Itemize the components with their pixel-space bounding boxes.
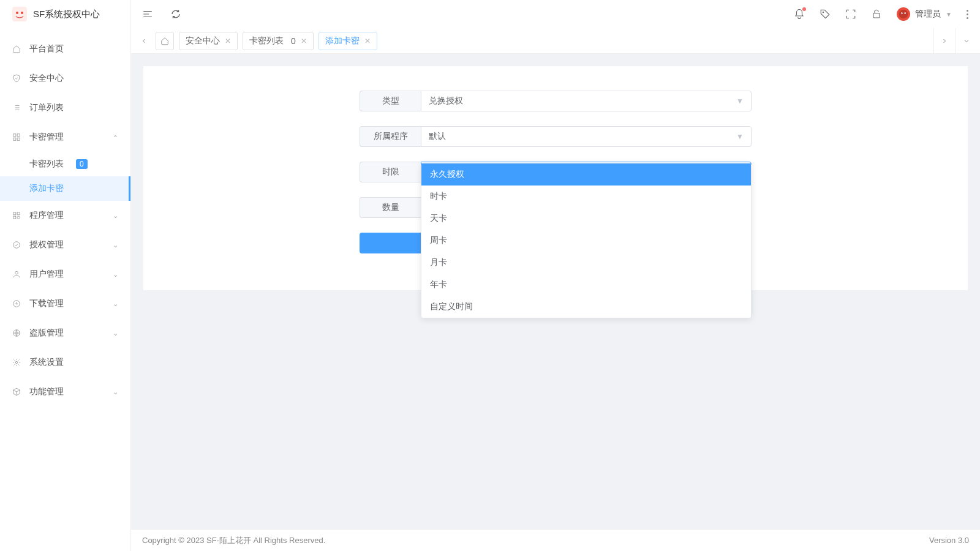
sidebar-subitem[interactable]: 添加卡密 [0,176,130,201]
sidebar-item[interactable]: 盗版管理⌄ [0,318,130,348]
dropdown-option[interactable]: 年卡 [421,274,751,296]
tabs-prev-button[interactable] [135,32,153,50]
tab-count: 0 [291,36,296,46]
sidebar-item[interactable]: 平台首页 [0,34,130,64]
collapse-sidebar-button[interactable] [142,9,153,20]
caret-down-icon: ▼ [736,132,744,141]
close-icon[interactable]: ✕ [301,37,307,45]
shield-icon [12,74,21,83]
dropdown-option[interactable]: 时卡 [421,186,751,208]
sidebar-subitem-label: 卡密列表 [29,159,64,170]
sidebar-item-label: 卡密管理 [29,132,104,143]
type-select[interactable]: 兑换授权 ▼ [421,91,752,111]
tab[interactable]: 添加卡密✕ [318,32,377,50]
tag-button[interactable] [820,9,831,20]
chevron-down-icon: ⌄ [113,329,118,337]
svg-point-16 [17,216,20,219]
more-menu-button[interactable] [967,10,969,19]
svg-point-4 [899,10,908,19]
program-select[interactable]: 默认 ▼ [421,126,752,147]
main: 安全中心✕卡密列表0✕添加卡密✕ 类型 兑换授权 ▼ [131,28,980,551]
sidebar-item[interactable]: 用户管理⌄ [0,260,130,289]
tab-home[interactable] [156,32,174,50]
version-text: Version 3.0 [929,536,969,545]
user-icon [12,270,21,279]
dropdown-option[interactable]: 周卡 [421,230,751,252]
sidebar-item[interactable]: 授权管理⌄ [0,230,130,260]
tabs-bar: 安全中心✕卡密列表0✕添加卡密✕ [131,28,980,54]
dropdown-option[interactable]: 自定义时间 [421,296,751,318]
sidebar-item-label: 系统设置 [29,357,118,368]
svg-point-7 [902,13,902,13]
user-name: 管理员 [915,9,941,20]
chevron-down-icon: ⌄ [113,300,118,308]
content: 类型 兑换授权 ▼ 所属程序 默认 ▼ 时限 永久授权 [131,54,980,529]
chevron-down-icon: ⌄ [113,212,118,220]
app-icon [12,211,21,220]
sidebar-item[interactable]: 系统设置 [0,348,130,377]
tabs-dropdown-button[interactable] [956,28,976,54]
svg-rect-12 [17,138,20,140]
header-right: 管理员 ▼ [794,7,969,21]
sidebar-item[interactable]: 程序管理⌄ [0,201,130,230]
close-icon[interactable]: ✕ [225,37,231,45]
sidebar-item-label: 安全中心 [29,73,118,84]
download-icon [12,299,21,308]
program-label: 所属程序 [360,126,421,147]
cube-icon [12,388,21,396]
svg-rect-10 [17,134,20,137]
list-icon [12,103,21,112]
badge: 0 [76,159,88,169]
caret-down-icon: ▼ [736,97,744,105]
logo-bar: SF系统授权中心 [0,0,131,28]
sidebar-item[interactable]: 功能管理⌄ [0,377,130,407]
check-icon [12,241,21,249]
sidebar-subitem-label: 添加卡密 [29,183,64,194]
close-icon[interactable]: ✕ [364,37,371,45]
sidebar-item[interactable]: 订单列表 [0,93,130,122]
sidebar-item[interactable]: 下载管理⌄ [0,289,130,318]
grid-icon [12,133,21,141]
timelimit-label: 时限 [360,162,421,182]
svg-rect-13 [13,212,16,215]
sidebar-item-label: 盗版管理 [29,328,104,339]
chevron-down-icon: ⌄ [113,241,118,249]
sidebar-item-label: 平台首页 [29,43,118,54]
dropdown-option[interactable]: 天卡 [421,208,751,230]
caret-down-icon: ▼ [946,11,952,18]
tab-label: 卡密列表 [249,36,284,47]
sidebar-item-label: 功能管理 [29,386,104,397]
sidebar-item-label: 授权管理 [29,239,104,250]
program-value: 默认 [429,131,446,142]
chevron-down-icon: ⌄ [113,271,118,279]
tab[interactable]: 安全中心✕ [179,32,238,50]
timelimit-dropdown: 永久授权时卡天卡周卡月卡年卡自定义时间 [421,163,752,318]
sidebar-item[interactable]: 安全中心 [0,64,130,93]
tab[interactable]: 卡密列表0✕ [243,32,314,50]
svg-point-1 [21,12,23,14]
svg-point-17 [13,242,20,249]
sidebar-item[interactable]: 卡密管理⌄ [0,122,130,152]
notification-dot [802,7,806,11]
gear-icon [12,358,21,367]
svg-point-21 [15,361,18,364]
dropdown-option[interactable]: 永久授权 [421,163,751,186]
lock-button[interactable] [871,9,882,20]
tabs-next-button[interactable] [933,28,954,54]
notification-button[interactable] [794,9,805,20]
user-menu[interactable]: 管理员 ▼ [897,7,952,21]
svg-point-18 [15,271,18,274]
svg-point-2 [823,12,824,13]
home-icon [12,45,21,53]
type-label: 类型 [360,91,421,111]
form-row-type: 类型 兑换授权 ▼ [156,91,956,111]
dropdown-option[interactable]: 月卡 [421,252,751,274]
refresh-button[interactable] [170,9,181,20]
app-title: SF系统授权中心 [33,9,100,20]
type-value: 兑换授权 [429,96,463,107]
sidebar-item-label: 下载管理 [29,298,104,309]
sidebar-subitem[interactable]: 卡密列表0 [0,152,130,176]
sidebar-item-label: 用户管理 [29,269,104,280]
header: 管理员 ▼ [131,0,980,28]
fullscreen-button[interactable] [845,9,856,20]
